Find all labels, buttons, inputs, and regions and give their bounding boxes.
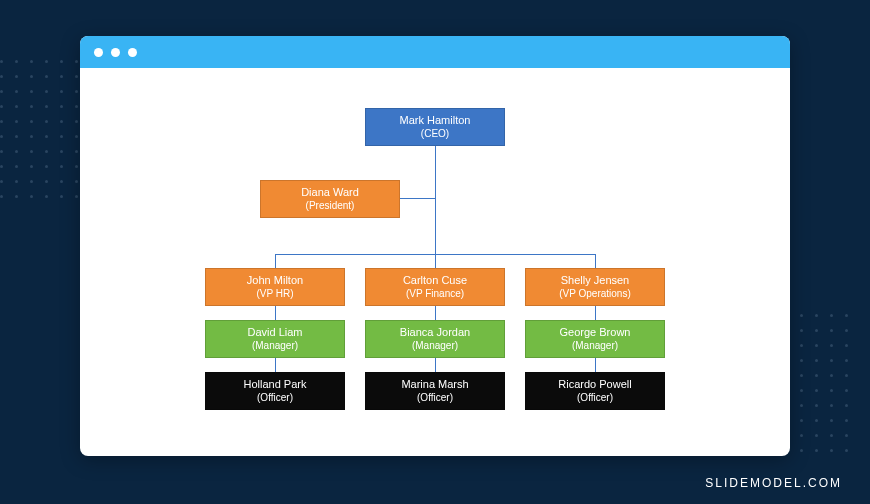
watermark: SLIDEMODEL.COM <box>705 476 842 490</box>
node-role: (VP Operations) <box>559 288 631 301</box>
node-name: Bianca Jordan <box>400 326 470 340</box>
node-vp-finance: Carlton Cuse (VP Finance) <box>365 268 505 306</box>
connector <box>435 254 436 268</box>
node-role: (Officer) <box>257 392 293 405</box>
node-role: (Manager) <box>412 340 458 353</box>
node-name: John Milton <box>247 274 303 288</box>
node-role: (VP HR) <box>256 288 293 301</box>
window-control-dot <box>111 48 120 57</box>
window-control-dot <box>94 48 103 57</box>
node-officer-3: Ricardo Powell (Officer) <box>525 372 665 410</box>
browser-title-bar <box>80 36 790 68</box>
node-name: Carlton Cuse <box>403 274 467 288</box>
node-manager-1: David Liam (Manager) <box>205 320 345 358</box>
node-president: Diana Ward (President) <box>260 180 400 218</box>
node-role: (Officer) <box>577 392 613 405</box>
connector <box>275 358 276 372</box>
connector <box>275 306 276 320</box>
connector <box>435 146 436 254</box>
node-role: (VP Finance) <box>406 288 464 301</box>
connector <box>435 306 436 320</box>
node-name: Holland Park <box>244 378 307 392</box>
node-role: (CEO) <box>421 128 449 141</box>
browser-window: Mark Hamilton (CEO) Diana Ward (Presiden… <box>80 36 790 456</box>
node-manager-2: Bianca Jordan (Manager) <box>365 320 505 358</box>
node-role: (Manager) <box>252 340 298 353</box>
node-officer-2: Marina Marsh (Officer) <box>365 372 505 410</box>
connector <box>275 254 276 268</box>
window-control-dot <box>128 48 137 57</box>
org-chart-canvas: Mark Hamilton (CEO) Diana Ward (Presiden… <box>80 68 790 456</box>
node-name: Ricardo Powell <box>558 378 631 392</box>
node-ceo: Mark Hamilton (CEO) <box>365 108 505 146</box>
connector <box>595 254 596 268</box>
node-role: (Manager) <box>572 340 618 353</box>
node-name: Mark Hamilton <box>400 114 471 128</box>
node-role: (President) <box>306 200 355 213</box>
node-manager-3: George Brown (Manager) <box>525 320 665 358</box>
node-name: Marina Marsh <box>401 378 468 392</box>
node-name: George Brown <box>560 326 631 340</box>
node-vp-hr: John Milton (VP HR) <box>205 268 345 306</box>
node-officer-1: Holland Park (Officer) <box>205 372 345 410</box>
node-vp-operations: Shelly Jensen (VP Operations) <box>525 268 665 306</box>
node-name: Shelly Jensen <box>561 274 630 288</box>
connector <box>595 306 596 320</box>
node-name: David Liam <box>247 326 302 340</box>
connector <box>595 358 596 372</box>
node-name: Diana Ward <box>301 186 359 200</box>
connector <box>435 358 436 372</box>
node-role: (Officer) <box>417 392 453 405</box>
